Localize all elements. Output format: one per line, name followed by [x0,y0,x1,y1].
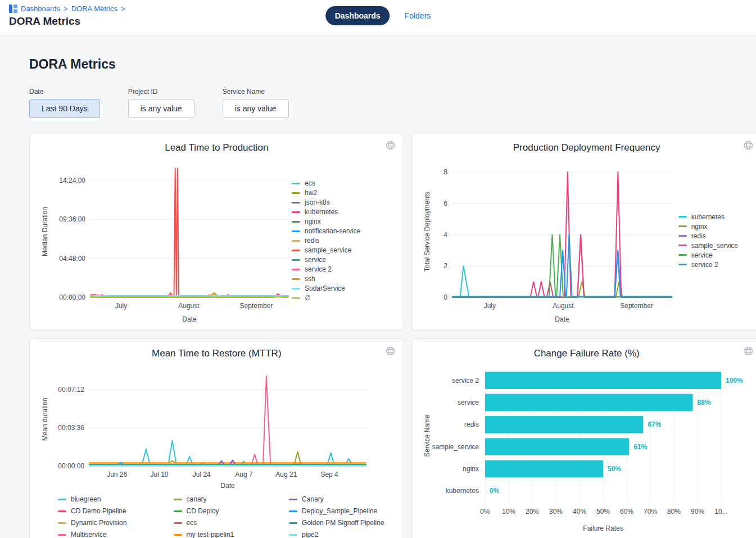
legend-item[interactable]: nginx [678,223,738,230]
svg-text:14:24:00: 14:24:00 [59,177,85,184]
svg-text:20%: 20% [526,508,539,516]
svg-text:70%: 70% [644,508,657,516]
legend-item[interactable]: service [292,256,360,264]
svg-text:Jun 26: Jun 26 [107,471,127,478]
svg-text:09:36:00: 09:36:00 [59,215,85,223]
svg-text:90%: 90% [691,508,704,516]
svg-text:6: 6 [443,200,447,207]
legend-swatch [289,499,297,500]
legend-item[interactable]: Canary [289,495,384,503]
globe-icon[interactable] [384,345,397,359]
legend-label: bluegreen [71,495,101,503]
legend-label: my-test-pipelin1 [187,531,234,538]
filter-project-id-value[interactable]: is any value [128,99,194,118]
filter-service-name-label: Service Name [223,88,289,96]
legend-item[interactable]: ecs [174,519,269,527]
legend-item[interactable]: pipe2 [289,531,384,538]
legend-item[interactable]: my-test-pipelin1 [174,531,269,538]
legend-swatch [292,230,300,232]
legend-item[interactable]: sample_service [678,242,738,250]
svg-text:service 2: service 2 [452,377,479,385]
legend-swatch [58,522,66,524]
legend-item[interactable]: hw2 [292,189,360,197]
legend-label: hw2 [305,189,317,197]
svg-text:sample_service: sample_service [432,443,479,451]
legend-swatch [292,259,300,261]
legend-swatch [678,216,687,218]
lead-time-legend: ecshw2json-k8skubernetesnginxnotificatio… [292,179,360,302]
legend-label: redis [691,232,706,240]
legend-label: Dynamic Provision [71,519,126,527]
legend-label: ecs [187,519,197,527]
legend-item[interactable]: redis [292,237,360,245]
svg-text:04:48:00: 04:48:00 [59,255,85,263]
deployment-frequency-chart[interactable]: 02468JulyAugustSeptemberDateTotal Servic… [420,157,678,324]
legend-item[interactable]: SudarService [292,284,360,292]
globe-icon[interactable] [742,345,755,359]
legend-item[interactable]: Deploy_Sample_Pipeline [289,507,384,515]
legend-item[interactable]: ∅ [292,294,360,302]
globe-icon[interactable] [742,139,755,153]
legend-item[interactable]: sample_service [292,246,360,254]
filter-service-name-value[interactable]: is any value [223,99,289,118]
legend-item[interactable]: CD Demo Pipeline [58,507,153,515]
legend-item[interactable]: Multiservice [58,531,153,538]
legend-item[interactable]: CD Deploy [174,507,269,515]
legend-item[interactable]: service 2 [292,265,360,273]
tab-dashboards[interactable]: Dashboards [325,6,390,25]
svg-text:Service Name: Service Name [423,414,431,457]
legend-item[interactable]: kubernetes [678,213,738,221]
legend-swatch [292,297,300,299]
svg-text:50%: 50% [596,508,610,516]
svg-text:30%: 30% [549,508,563,516]
chart-card-change-failure-rate: Change Failure Rate (%) 0%10%20%30%40%50… [411,338,756,538]
lead-time-chart[interactable]: 00:00:0004:48:0009:36:0014:24:00JulyAugu… [38,157,292,324]
legend-item[interactable]: service [678,251,738,259]
legend-item[interactable]: ecs [292,179,360,187]
change-failure-rate-chart[interactable]: 0%10%20%30%40%50%60%70%80%90%10...100%se… [420,361,754,534]
legend-item[interactable]: kubernetes [292,208,360,216]
legend-label: notification-service [305,227,360,235]
mttr-chart[interactable]: 00:00:0000:03:3600:07:12Jun 26Jul 10Jul … [38,363,372,491]
legend-swatch [292,192,300,194]
svg-text:July: July [483,302,495,310]
legend-item[interactable]: ssh [292,275,360,283]
legend-item[interactable]: Golden PM Signoff Pipeline [289,519,384,527]
legend-swatch [292,240,300,242]
legend-swatch [289,534,297,536]
svg-text:10%: 10% [502,508,515,516]
svg-text:00:00:00: 00:00:00 [58,462,84,470]
legend-item[interactable]: redis [678,232,738,240]
svg-text:July: July [115,302,127,310]
legend-item[interactable]: notification-service [292,227,360,235]
tab-folders[interactable]: Folders [405,11,431,20]
svg-text:2: 2 [443,262,447,270]
legend-label: CD Demo Pipeline [71,507,126,515]
breadcrumb-link-dashboards[interactable]: Dashboards [21,4,60,13]
legend-swatch [58,499,66,500]
legend-label: service 2 [305,265,332,273]
legend-item[interactable]: nginx [292,218,360,225]
legend-item[interactable]: json-k8s [292,198,360,206]
legend-swatch [174,522,182,524]
legend-item[interactable]: Dynamic Provision [58,519,153,527]
legend-item[interactable]: bluegreen [58,495,153,503]
legend-swatch [289,510,297,512]
svg-text:Aug 7: Aug 7 [235,471,253,478]
svg-text:Total Service Deployments: Total Service Deployments [423,192,431,272]
filter-project-id: Project ID is any value [128,88,194,118]
legend-label: sample_service [305,246,351,254]
globe-icon[interactable] [384,139,397,153]
legend-label: Golden PM Signoff Pipeline [302,519,384,527]
legend-item[interactable]: service 2 [678,261,738,269]
svg-text:00:03:36: 00:03:36 [58,424,84,432]
breadcrumb-link-dora-metrics[interactable]: DORA Metrics [71,4,117,13]
svg-text:10...: 10... [714,508,727,516]
legend-label: nginx [691,223,708,230]
chart-title-lead-time: Lead Time to Production [38,142,396,153]
legend-item[interactable]: canary [174,495,269,503]
filter-date-value[interactable]: Last 90 Days [29,99,100,118]
svg-text:Jul 10: Jul 10 [150,471,168,478]
legend-label: service [691,251,713,259]
chart-card-mttr: Mean Time to Restore (MTTR) 00:00:0000:0… [29,338,404,538]
